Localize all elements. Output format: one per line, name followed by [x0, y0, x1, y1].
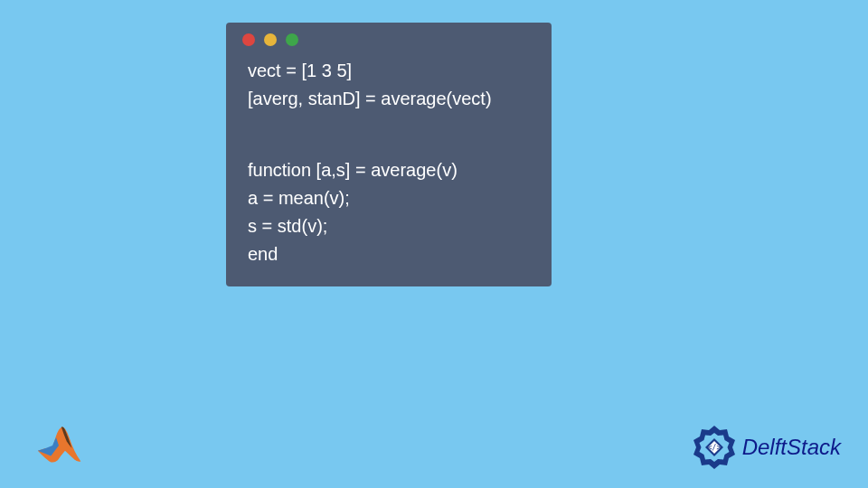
code-body: vect = [1 3 5] [averg, stanD] = average(… — [226, 57, 552, 268]
window-titlebar — [226, 23, 552, 57]
delftstack-emblem-icon: </> — [692, 425, 737, 470]
code-line: function [a,s] = average(v) — [248, 156, 530, 184]
maximize-icon — [286, 33, 298, 46]
code-blank — [248, 113, 530, 156]
minimize-icon — [264, 33, 277, 46]
code-line: [averg, stanD] = average(vect) — [248, 85, 530, 113]
code-window: vect = [1 3 5] [averg, stanD] = average(… — [226, 23, 552, 286]
code-line: vect = [1 3 5] — [248, 57, 530, 85]
delftstack-label: DelftStack — [742, 435, 841, 460]
code-line: end — [248, 240, 530, 268]
svg-text:</>: </> — [707, 444, 721, 452]
code-line: a = mean(v); — [248, 184, 530, 212]
delftstack-brand: </> DelftStack — [692, 425, 841, 470]
code-line: s = std(v); — [248, 212, 530, 240]
close-icon — [242, 33, 255, 46]
matlab-logo-icon — [33, 419, 85, 472]
